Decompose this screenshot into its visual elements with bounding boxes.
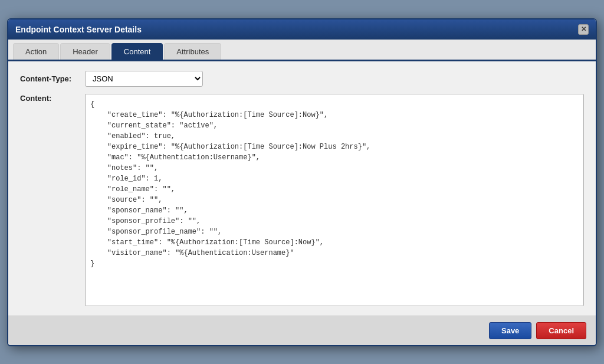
dialog-title: Endpoint Context Server Details [15, 25, 142, 34]
cancel-button[interactable]: Cancel [536, 322, 586, 339]
tab-attributes[interactable]: Attributes [164, 43, 221, 60]
content-type-label: Content-Type: [20, 74, 85, 83]
close-button[interactable]: ✕ [578, 24, 589, 35]
content-body-row: Content: [20, 94, 584, 306]
content-label: Content: [20, 94, 85, 103]
tab-header[interactable]: Header [60, 43, 110, 60]
tab-bar: Action Header Content Attributes [8, 40, 596, 61]
tab-content[interactable]: Content [111, 43, 163, 60]
title-bar: Endpoint Context Server Details ✕ [8, 19, 596, 40]
tab-action[interactable]: Action [13, 43, 59, 60]
endpoint-context-dialog: Endpoint Context Server Details ✕ Action… [7, 18, 597, 346]
content-type-row: Content-Type: JSON XML Text Form [20, 71, 584, 87]
content-panel: Content-Type: JSON XML Text Form Content… [8, 61, 596, 316]
content-type-select[interactable]: JSON XML Text Form [85, 71, 203, 87]
save-button[interactable]: Save [489, 322, 531, 339]
dialog-footer: Save Cancel [8, 316, 596, 345]
content-textarea[interactable] [85, 94, 584, 306]
